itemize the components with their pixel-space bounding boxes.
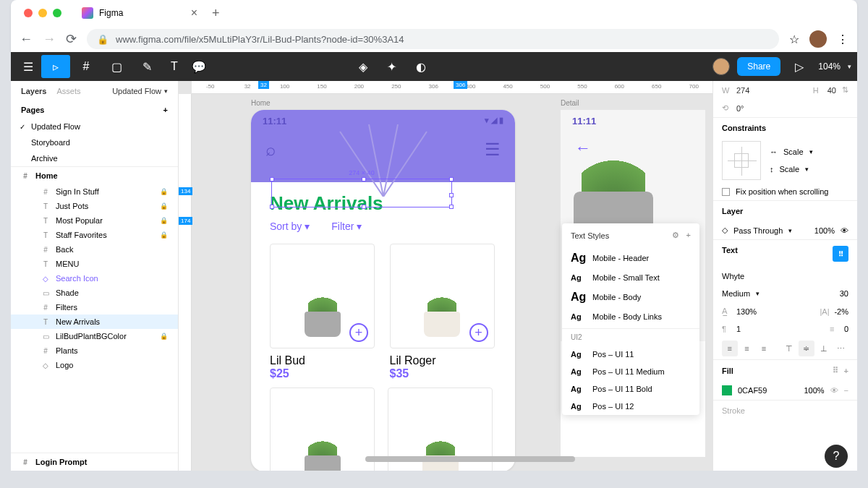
- share-button[interactable]: Share: [737, 57, 780, 76]
- align-left[interactable]: ≡: [722, 341, 738, 356]
- page-selector[interactable]: Updated Flow ▾: [112, 87, 168, 95]
- para-indent[interactable]: 0: [844, 325, 848, 333]
- layer-row[interactable]: #Sign In Stuff🔒: [11, 184, 178, 199]
- layer-row[interactable]: TStaff Favorites🔒: [11, 228, 178, 242]
- zoom-level[interactable]: 104%: [818, 61, 841, 72]
- selection-box[interactable]: 274 × 40: [271, 179, 452, 207]
- fill-color-swatch[interactable]: [722, 385, 732, 395]
- text-style-item[interactable]: AgMobile - Body Links: [562, 308, 699, 325]
- new-tab-button[interactable]: +: [212, 6, 220, 21]
- collaborator-avatar[interactable]: [712, 58, 730, 75]
- fill-styles-icon[interactable]: ⠿: [833, 366, 838, 375]
- constraints-widget[interactable]: [722, 141, 761, 180]
- layer-row[interactable]: ▭Shade: [11, 286, 178, 300]
- fix-scroll-checkbox[interactable]: [722, 188, 730, 196]
- frame-label[interactable]: Detail: [561, 99, 579, 107]
- fill-hex[interactable]: 0CAF59: [738, 386, 767, 395]
- text-style-item[interactable]: AgPos – UI 11 Medium: [562, 363, 699, 380]
- text-style-item[interactable]: AgMobile - Small Text: [562, 269, 699, 286]
- text-style-item[interactable]: AgMobile - Header: [562, 247, 699, 269]
- forward-button[interactable]: →: [43, 32, 56, 47]
- layer-row[interactable]: ◇Search Icon: [11, 271, 178, 286]
- component-tool[interactable]: ◈: [352, 55, 375, 78]
- lock-icon[interactable]: 🔒: [160, 231, 168, 239]
- text-style-item[interactable]: AgPos – UI 11: [562, 346, 699, 363]
- pen-tool[interactable]: ✎: [132, 55, 161, 78]
- layer-row[interactable]: TJust Pots🔒: [11, 199, 178, 213]
- width-input[interactable]: 274: [736, 86, 749, 95]
- layer-row[interactable]: ▭LilBudPlantBGColor🔒: [11, 329, 178, 343]
- mask-tool[interactable]: ✦: [380, 55, 404, 78]
- align-top[interactable]: ⊤: [782, 341, 798, 356]
- visibility-icon[interactable]: 👁: [830, 386, 838, 395]
- lock-icon[interactable]: 🔒: [160, 333, 168, 340]
- address-bar[interactable]: 🔒 www.figma.com/file/x5MuLtiPlaY3r/Lil-B…: [87, 29, 779, 49]
- present-button[interactable]: ▷: [788, 55, 811, 78]
- bookmark-icon[interactable]: ☆: [789, 33, 799, 46]
- link-dimensions-icon[interactable]: ⇅: [842, 85, 848, 95]
- align-middle[interactable]: ≑: [799, 341, 814, 356]
- v-constraint[interactable]: Scale: [780, 165, 800, 174]
- window-close[interactable]: [24, 9, 33, 17]
- boolean-tool[interactable]: ◐: [409, 55, 433, 78]
- zoom-chevron-icon[interactable]: ▾: [848, 63, 851, 70]
- font-family[interactable]: Whyte: [722, 272, 744, 281]
- align-right[interactable]: ≡: [756, 341, 772, 356]
- add-page-icon[interactable]: +: [163, 106, 168, 114]
- tab-close-icon[interactable]: ×: [191, 7, 197, 20]
- font-size[interactable]: 30: [840, 289, 848, 298]
- back-button[interactable]: ←: [20, 32, 33, 47]
- align-center[interactable]: ≡: [739, 341, 755, 356]
- frame-label[interactable]: Home: [251, 99, 271, 107]
- rotation-input[interactable]: 0°: [736, 104, 744, 113]
- canvas[interactable]: -503210015020025030640045050055060065070…: [179, 81, 712, 471]
- more-options-icon[interactable]: ⋯: [833, 341, 848, 356]
- browser-tab[interactable]: Figma ×: [75, 2, 205, 24]
- page-item[interactable]: Archive: [11, 150, 178, 166]
- layer-opacity[interactable]: 100%: [814, 226, 835, 235]
- lock-icon[interactable]: 🔒: [160, 217, 168, 224]
- text-style-item[interactable]: AgPos – UI 12: [562, 398, 699, 415]
- frame-section[interactable]: # Home: [11, 166, 178, 184]
- browser-menu-icon[interactable]: ⋮: [837, 33, 848, 46]
- layer-row[interactable]: TMost Popular🔒: [11, 213, 178, 228]
- lock-icon[interactable]: 🔒: [160, 188, 168, 195]
- page-item[interactable]: Storyboard: [11, 134, 178, 150]
- frame-home[interactable]: 11:11 ▾ ◢ ▮ ⌕ ☰ New Arrivals Sort by ▾ F…: [251, 110, 515, 471]
- layer-row[interactable]: TNew Arrivals: [11, 314, 178, 329]
- text-style-badge[interactable]: ⠿: [833, 246, 848, 262]
- para-spacing[interactable]: 1: [736, 325, 741, 333]
- text-style-item[interactable]: AgPos – UI 11 Bold: [562, 380, 699, 398]
- fill-opacity[interactable]: 100%: [804, 386, 824, 395]
- window-maximize[interactable]: [53, 9, 61, 17]
- align-bottom[interactable]: ⊥: [816, 341, 832, 356]
- layer-row[interactable]: #Plants: [11, 343, 178, 358]
- settings-icon[interactable]: ⚙: [672, 231, 679, 240]
- layer-row[interactable]: TMENU: [11, 257, 178, 271]
- add-style-icon[interactable]: +: [686, 231, 691, 240]
- letter-spacing[interactable]: -2%: [834, 307, 848, 316]
- text-tool[interactable]: T: [163, 55, 186, 78]
- move-tool[interactable]: ▹: [41, 55, 70, 78]
- add-fill-icon[interactable]: +: [844, 367, 848, 375]
- h-constraint[interactable]: Scale: [783, 147, 804, 156]
- layer-row[interactable]: #Filters: [11, 300, 178, 314]
- main-menu[interactable]: ☰: [17, 55, 40, 78]
- text-style-item[interactable]: AgMobile - Body: [562, 286, 699, 308]
- visibility-icon[interactable]: 👁: [841, 226, 848, 235]
- tab-assets[interactable]: Assets: [56, 87, 80, 95]
- layer-row[interactable]: ◇Logo: [11, 358, 178, 372]
- height-input[interactable]: 40: [827, 86, 836, 95]
- line-height[interactable]: 130%: [736, 307, 757, 316]
- tab-layers[interactable]: Layers: [21, 87, 46, 95]
- layer-row[interactable]: #Back: [11, 242, 178, 257]
- shape-tool[interactable]: ▢: [102, 55, 131, 78]
- font-weight[interactable]: Medium: [722, 289, 750, 298]
- comment-tool[interactable]: 💬: [187, 55, 210, 78]
- help-button[interactable]: ?: [825, 445, 848, 468]
- remove-fill-icon[interactable]: −: [844, 386, 848, 395]
- blend-mode[interactable]: Pass Through: [733, 226, 783, 235]
- horizontal-scrollbar[interactable]: [365, 456, 575, 462]
- lock-icon[interactable]: 🔒: [160, 202, 168, 210]
- reload-button[interactable]: ⟳: [66, 31, 77, 47]
